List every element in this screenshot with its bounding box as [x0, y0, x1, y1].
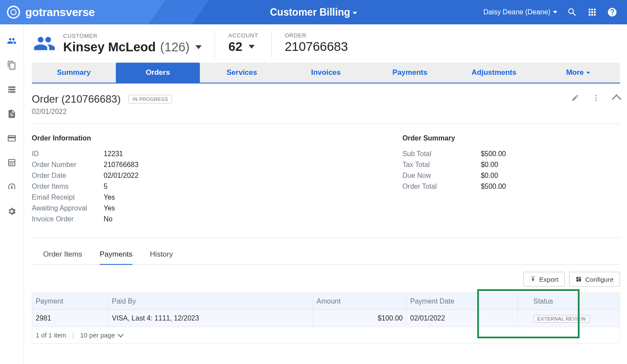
payments-table-area: Payment Paid By Amount Payment Date Stat… [32, 293, 620, 344]
download-icon [530, 276, 536, 282]
brand-name: gotransverse [25, 6, 95, 19]
main-content: CUSTOMER Kinsey McLeod (126) ACCOUNT 62 … [24, 24, 627, 364]
help-icon [607, 7, 617, 17]
order-info-section: Order Information ID12231 Order Number21… [32, 134, 402, 224]
account-value: 62 [228, 40, 242, 54]
caret-down-icon [249, 45, 255, 49]
credit-card-icon [7, 134, 17, 143]
user-name: Daisy Deane (Deane) [483, 8, 550, 16]
user-menu[interactable]: Daisy Deane (Deane) [483, 8, 557, 16]
tab-adjustments[interactable]: Adjustments [452, 63, 536, 83]
kv-row: ID12231 [32, 148, 402, 159]
server-icon [7, 85, 17, 94]
brand-logo-icon [7, 6, 20, 19]
col-status[interactable]: Status [518, 293, 620, 310]
search-icon [567, 7, 577, 17]
table-row[interactable]: 2981 VISA, Last 4: 1111, 12/2023 $100.00… [32, 310, 620, 327]
help-button[interactable] [607, 7, 617, 17]
status-chip: EXTERNAL REVIEW [533, 315, 590, 323]
more-actions-button[interactable] [592, 94, 600, 102]
document-icon [7, 109, 17, 119]
col-paid-by[interactable]: Paid By [108, 293, 313, 310]
apps-grid-icon [587, 7, 597, 17]
app-title-dropdown[interactable]: Customer Billing [270, 7, 357, 18]
per-page-label: 10 per page [80, 331, 115, 339]
order-label: ORDER [285, 32, 348, 39]
order-header: Order (210766683) IN PROGRESS 02/01/2022 [32, 83, 620, 124]
tab-more-label: More [566, 68, 584, 77]
pencil-icon [571, 94, 579, 102]
export-label: Export [539, 276, 558, 283]
row-count: 1 of 1 item [36, 331, 66, 339]
tab-invoices[interactable]: Invoices [284, 63, 368, 83]
context-customer: CUSTOMER Kinsey McLeod (126) [32, 30, 215, 58]
context-row: CUSTOMER Kinsey McLeod (126) ACCOUNT 62 … [32, 30, 620, 58]
per-page-dropdown[interactable]: 10 per page [80, 331, 123, 339]
gear-icon [7, 207, 17, 216]
order-info-head: Order Information [32, 134, 402, 142]
tab-summary[interactable]: Summary [32, 63, 116, 83]
tab-orders[interactable]: Orders [116, 63, 200, 83]
table-footer: 1 of 1 item | 10 per page [32, 327, 620, 344]
payments-table: Payment Paid By Amount Payment Date Stat… [32, 293, 620, 327]
sidebar-item-dashboard[interactable] [0, 177, 24, 197]
app-title: Customer Billing [270, 7, 350, 18]
account-dropdown[interactable]: 62 [228, 40, 258, 54]
kebab-icon [592, 94, 600, 102]
sidebar-item-servers[interactable] [0, 79, 24, 100]
cell-paid-by: VISA, Last 4: 1111, 12/2023 [108, 310, 313, 327]
export-button[interactable]: Export [523, 272, 565, 287]
kv-row: Tax Total$0.00 [402, 159, 620, 170]
customer-dropdown[interactable]: Kinsey McLeod (126) [63, 40, 202, 54]
cell-payment-date: 02/01/2022 [407, 310, 518, 327]
users-icon [7, 36, 17, 46]
account-label: ACCOUNT [228, 32, 258, 39]
context-order: ORDER 210766683 [271, 30, 361, 58]
caret-down-icon [196, 45, 202, 49]
table-toolbar: Export Configure [32, 265, 620, 293]
collapse-button[interactable] [613, 93, 620, 103]
tab-more[interactable]: More [536, 63, 620, 83]
col-payment-date[interactable]: Payment Date [407, 293, 518, 310]
cell-payment: 2981 [32, 310, 108, 327]
chevron-up-icon [612, 94, 622, 104]
kv-row: Sub Total$500.00 [402, 148, 620, 159]
sidebar-item-document[interactable] [0, 104, 24, 124]
order-value: 210766683 [285, 40, 348, 54]
subtab-payments[interactable]: Payments [100, 244, 133, 265]
col-payment[interactable]: Payment [32, 293, 108, 310]
copy-icon [7, 60, 17, 70]
subtab-order-items[interactable]: Order Items [43, 244, 82, 265]
customers-icon [32, 32, 57, 55]
main-tabs: Summary Orders Services Invoices Payment… [32, 63, 620, 83]
layout-icon [576, 276, 582, 282]
table-header-row: Payment Paid By Amount Payment Date Stat… [32, 293, 620, 310]
caret-down-icon [553, 11, 557, 13]
order-status-badge: IN PROGRESS [128, 95, 172, 104]
sidebar-item-settings[interactable] [0, 201, 24, 222]
caret-down-icon [353, 12, 357, 14]
sidebar-item-customers[interactable] [0, 30, 24, 51]
tab-services[interactable]: Services [200, 63, 284, 83]
kv-row: Order Number210766683 [32, 159, 402, 170]
search-button[interactable] [567, 7, 577, 17]
sidebar-item-copy[interactable] [0, 55, 24, 76]
order-title: Order (210766683) [32, 93, 121, 105]
sidebar-item-calc[interactable] [0, 152, 24, 173]
subtab-history[interactable]: History [150, 244, 173, 265]
configure-button[interactable]: Configure [569, 272, 620, 287]
context-account: ACCOUNT 62 [215, 30, 271, 58]
col-amount[interactable]: Amount [313, 293, 407, 310]
tab-payments[interactable]: Payments [368, 63, 452, 83]
kv-row: Due Now$0.00 [402, 170, 620, 181]
edit-button[interactable] [571, 94, 579, 102]
gauge-icon [7, 182, 17, 192]
svg-point-0 [596, 95, 597, 96]
apps-button[interactable] [587, 7, 597, 17]
brand: gotransverse [0, 6, 95, 19]
svg-point-2 [596, 100, 597, 101]
sidebar-item-card[interactable] [0, 128, 24, 149]
kv-row: Email ReceiptYes [32, 192, 402, 203]
cell-status: EXTERNAL REVIEW [518, 310, 620, 327]
top-bar: gotransverse Customer Billing Daisy Dean… [0, 0, 627, 24]
